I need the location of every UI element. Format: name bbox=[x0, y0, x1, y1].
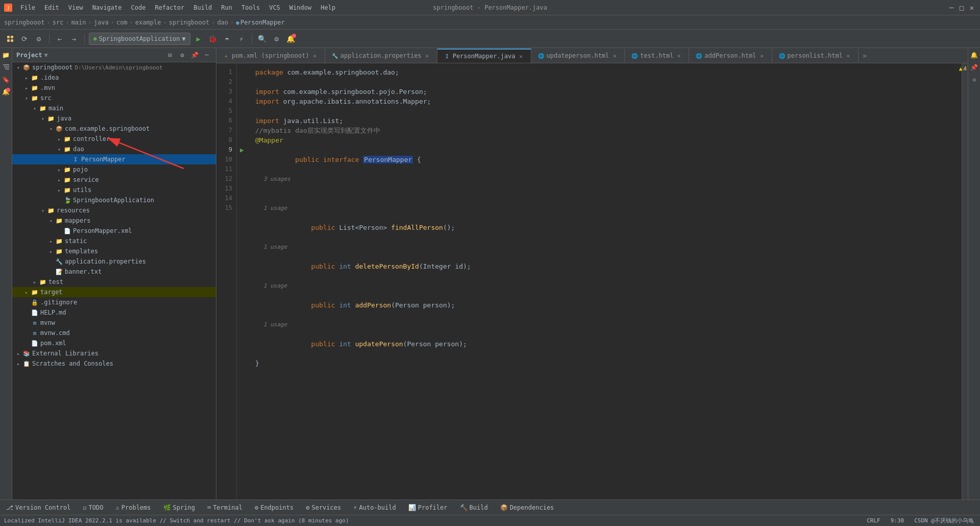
tree-root[interactable]: ▾ 📦 springbooot D:\Users\Admin\springboo… bbox=[12, 62, 216, 73]
breadcrumb-dao[interactable]: dao bbox=[217, 19, 228, 26]
code-content[interactable]: package com.example.springbooot.dao; imp… bbox=[247, 63, 962, 499]
toolbar-back-btn[interactable]: ← bbox=[54, 33, 66, 45]
coverage-button[interactable]: ☂ bbox=[221, 33, 233, 45]
status-crlf[interactable]: CRLF bbox=[865, 517, 883, 524]
menu-tools[interactable]: Tools bbox=[237, 3, 264, 12]
project-settings[interactable]: ⚙ bbox=[177, 50, 187, 60]
tab-personlist-close[interactable]: ✕ bbox=[845, 52, 852, 59]
tab-updateperson[interactable]: 🌐 updateperson.html ✕ bbox=[531, 49, 625, 63]
right-notifications-icon[interactable]: 🔔 bbox=[969, 50, 979, 60]
breadcrumb-com[interactable]: com bbox=[116, 19, 128, 26]
tab-updateperson-close[interactable]: ✕ bbox=[611, 52, 618, 59]
tree-mappers[interactable]: ▾ 📁 mappers bbox=[12, 216, 216, 226]
tree-mvnw-cmd[interactable]: ▸ m mvnw.cmd bbox=[12, 328, 216, 338]
tree-helpmd[interactable]: ▸ 📄 HELP.md bbox=[12, 307, 216, 318]
breadcrumb-example[interactable]: example bbox=[135, 19, 161, 26]
sidebar-bookmarks-icon[interactable]: 🔖 bbox=[1, 75, 11, 85]
terminal-button[interactable]: ⌨ Terminal bbox=[205, 503, 244, 512]
tree-src[interactable]: ▾ 📁 src bbox=[12, 93, 216, 103]
menu-edit[interactable]: Edit bbox=[40, 3, 63, 12]
run-button[interactable]: ▶ bbox=[192, 33, 205, 45]
menu-code[interactable]: Code bbox=[127, 3, 150, 12]
scroll-up-button[interactable]: ▲ bbox=[963, 65, 966, 71]
tree-target[interactable]: ▸ 📁 target bbox=[12, 287, 216, 297]
tree-scratches[interactable]: ▸ 📋 Scratches and Consoles bbox=[12, 358, 216, 369]
tree-java[interactable]: ▾ 📁 java bbox=[12, 113, 216, 124]
tree-utils[interactable]: ▸ 📁 utils bbox=[12, 185, 216, 195]
breadcrumb-java[interactable]: java bbox=[94, 19, 109, 26]
run-gutter-icon[interactable]: ▶ bbox=[240, 146, 244, 154]
project-minimize[interactable]: ─ bbox=[202, 50, 212, 60]
sidebar-notifications-icon[interactable]: 🔔 bbox=[1, 87, 11, 97]
breadcrumb-springbooot2[interactable]: springbooot bbox=[169, 19, 209, 26]
tab-app-props[interactable]: 🔧 application.properties ✕ bbox=[325, 49, 437, 63]
tabs-more-button[interactable]: » bbox=[859, 49, 871, 63]
menu-run[interactable]: Run bbox=[217, 3, 236, 12]
tree-personmapper-xml[interactable]: ▸ 📄 PersonMapper.xml bbox=[12, 226, 216, 236]
tab-pom[interactable]: ✦ pom.xml (springbooot) ✕ bbox=[216, 49, 325, 63]
right-bookmark-icon[interactable]: 📌 bbox=[969, 62, 979, 73]
dependencies-button[interactable]: 📦 Dependencies bbox=[498, 503, 556, 512]
tab-addperson[interactable]: 🌐 addPerson.html ✕ bbox=[689, 49, 772, 63]
tree-gitignore[interactable]: ▸ 🔒 .gitignore bbox=[12, 297, 216, 307]
minimize-button[interactable]: ─ bbox=[947, 4, 955, 12]
tab-test[interactable]: 🌐 test.html ✕ bbox=[625, 49, 689, 63]
profile-button[interactable]: ⚡ bbox=[235, 33, 248, 45]
tab-addperson-close[interactable]: ✕ bbox=[758, 52, 766, 59]
services-button[interactable]: ⚙ Services bbox=[304, 503, 343, 512]
tree-personmapper[interactable]: ▸ I PersonMapper bbox=[12, 154, 216, 164]
sidebar-structure-icon[interactable] bbox=[1, 62, 11, 73]
toolbar-settings-btn[interactable]: ⚙ bbox=[33, 33, 45, 45]
todo-button[interactable]: ☑ TODO bbox=[81, 503, 105, 512]
tab-app-props-close[interactable]: ✕ bbox=[424, 52, 431, 59]
tree-resources[interactable]: ▾ 📁 resources bbox=[12, 205, 216, 216]
tree-static[interactable]: ▸ 📁 static bbox=[12, 236, 216, 246]
debug-button[interactable]: 🐞 bbox=[207, 33, 219, 45]
close-button[interactable]: ✕ bbox=[968, 4, 976, 12]
tree-external-libs[interactable]: ▸ 📚 External Libraries bbox=[12, 348, 216, 358]
auto-build-button[interactable]: ⚡ Auto-build bbox=[351, 503, 398, 512]
project-pin[interactable]: 📌 bbox=[189, 50, 200, 60]
menu-view[interactable]: View bbox=[64, 3, 87, 12]
toolbar-sync-btn[interactable]: ⟳ bbox=[18, 33, 31, 45]
notifications-button[interactable]: 🔔 bbox=[285, 33, 297, 45]
right-scrollbar[interactable]: ▲ 4 ▲ bbox=[962, 63, 968, 499]
project-collapse-all[interactable]: ⊟ bbox=[165, 50, 175, 60]
breadcrumb-springbooot[interactable]: springbooot bbox=[4, 19, 44, 26]
menu-build[interactable]: Build bbox=[189, 3, 216, 12]
run-config-selector[interactable]: ● SpringboootApplication ▼ bbox=[89, 33, 190, 45]
toolbar-forward-btn[interactable]: → bbox=[68, 33, 80, 45]
tree-controller[interactable]: ▸ 📁 controller bbox=[12, 134, 216, 144]
profiler-button[interactable]: 📊 Profiler bbox=[406, 503, 450, 512]
sidebar-project-icon[interactable]: 📁 bbox=[1, 50, 11, 60]
right-structure-icon[interactable]: ≡ bbox=[969, 75, 979, 85]
tree-test[interactable]: ▸ 📁 test bbox=[12, 277, 216, 287]
search-everywhere-button[interactable]: 🔍 bbox=[256, 33, 268, 45]
tree-dao[interactable]: ▾ 📁 dao bbox=[12, 144, 216, 154]
gutter-9[interactable]: ▶ bbox=[237, 145, 247, 155]
tree-mvn[interactable]: ▸ 📁 .mvn bbox=[12, 83, 216, 93]
tab-pom-close[interactable]: ✕ bbox=[311, 52, 318, 59]
menu-file[interactable]: File bbox=[16, 3, 39, 12]
version-control-button[interactable]: ⎇ Version Control bbox=[4, 503, 72, 512]
breadcrumb-src[interactable]: src bbox=[53, 19, 64, 26]
menu-vcs[interactable]: VCS bbox=[265, 3, 284, 12]
tab-person-mapper-close[interactable]: ✕ bbox=[518, 53, 525, 60]
toolbar-project-btn[interactable] bbox=[4, 33, 16, 45]
tree-templates[interactable]: ▸ 📁 templates bbox=[12, 246, 216, 256]
menu-help[interactable]: Help bbox=[316, 3, 339, 12]
spring-button[interactable]: 🌿 Spring bbox=[161, 503, 197, 512]
menu-refactor[interactable]: Refactor bbox=[151, 3, 188, 12]
tree-banner[interactable]: ▸ 📝 banner.txt bbox=[12, 267, 216, 277]
tree-mvnw[interactable]: ▸ m mvnw bbox=[12, 318, 216, 328]
tree-package[interactable]: ▾ 📦 com.example.springbooot bbox=[12, 124, 216, 134]
tab-person-mapper[interactable]: I PersonMapper.java ✕ bbox=[437, 49, 531, 63]
endpoints-button[interactable]: ⚙ Endpoints bbox=[253, 503, 296, 512]
menu-window[interactable]: Window bbox=[285, 3, 315, 12]
tab-test-close[interactable]: ✕ bbox=[675, 52, 682, 59]
build-button[interactable]: 🔨 Build bbox=[458, 503, 490, 512]
problems-button[interactable]: ⚠ Problems bbox=[114, 503, 153, 512]
tree-app-properties[interactable]: ▸ 🔧 application.properties bbox=[12, 256, 216, 267]
tree-idea[interactable]: ▸ 📁 .idea bbox=[12, 73, 216, 83]
tree-main[interactable]: ▾ 📁 main bbox=[12, 103, 216, 113]
